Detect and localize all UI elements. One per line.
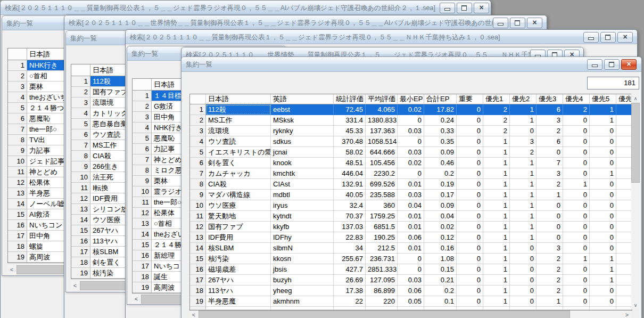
important-cell[interactable]: 0 xyxy=(457,286,483,296)
english-cell[interactable]: CIAst xyxy=(271,179,334,190)
priority-3-cell[interactable]: 0 xyxy=(536,222,563,232)
table-row[interactable]: 6剣を置くknook48.51105.4560.020.46011700 xyxy=(190,158,632,168)
english-cell[interactable]: sdkus xyxy=(271,136,334,147)
important-cell[interactable]: 0 xyxy=(457,190,483,200)
japanese-cell[interactable]: 267ヤハ xyxy=(206,275,271,286)
important-cell[interactable]: 0 xyxy=(457,211,483,222)
priority-2-cell[interactable]: 0 xyxy=(510,126,536,136)
english-cell[interactable]: kkyfb xyxy=(271,222,334,232)
avg-eval-cell[interactable]: 190.25 xyxy=(366,232,398,243)
total-ep-cell[interactable]: 0.15 xyxy=(424,264,457,275)
min-ep-cell[interactable]: 0.05 xyxy=(398,296,424,307)
window-titlebar[interactable]: 検索[２０２５１１１０＿＿世界情勢＿＿質量制御再現公表１，５＿＿ジェド霊界ラジオ… xyxy=(64,15,547,30)
column-header-priority-6[interactable]: 優先 xyxy=(616,94,632,104)
table-row[interactable]: 16磁場歳差jbsis427.72851.33300.15010201 xyxy=(190,264,632,275)
priority-6-cell[interactable] xyxy=(616,232,632,243)
priority-5-cell[interactable]: 0 xyxy=(590,190,616,200)
total-ep-cell[interactable]: 0.24 xyxy=(424,115,457,126)
total-ep-cell[interactable]: 0.21 xyxy=(424,275,457,286)
priority-1-cell[interactable]: 1 xyxy=(483,296,510,307)
priority-1-cell[interactable]: 1 xyxy=(483,275,510,286)
japanese-cell[interactable]: 磁場歳差 xyxy=(206,264,271,275)
priority-2-cell[interactable]: 3 xyxy=(510,136,536,147)
priority-4-cell[interactable]: 0 xyxy=(563,158,590,168)
japanese-cell[interactable]: 半身悪魔 xyxy=(206,296,271,307)
column-header-japanese[interactable]: 日本語 xyxy=(206,94,271,104)
min-ep-cell[interactable]: 0 xyxy=(398,115,424,126)
priority-1-cell[interactable]: 1 xyxy=(483,264,510,275)
count-field[interactable]: 181 xyxy=(587,77,639,89)
japanese-cell[interactable]: ウソ医療 xyxy=(206,200,271,211)
avg-eval-cell[interactable]: 127.095 xyxy=(366,275,398,286)
total-ep-cell[interactable]: 17.82 xyxy=(424,104,457,115)
important-cell[interactable]: 0 xyxy=(457,158,483,168)
japanese-cell[interactable]: MS工作 xyxy=(206,115,271,126)
english-cell[interactable]: ryknky xyxy=(271,126,334,136)
min-ep-cell[interactable]: 0.01 xyxy=(398,211,424,222)
priority-2-cell[interactable]: 1 xyxy=(510,104,536,115)
table-row[interactable]: 11驚天動地kytndt70.371759.250.010.04011000 xyxy=(190,211,632,222)
priority-5-cell[interactable]: 0 xyxy=(590,200,616,211)
priority-5-cell[interactable]: 0 xyxy=(590,147,616,158)
priority-5-cell[interactable]: 0 xyxy=(590,296,616,307)
scrollbar-thumb[interactable] xyxy=(199,311,570,318)
priority-6-cell[interactable] xyxy=(616,147,632,158)
table-row[interactable]: 13IDF費用IDFhy22.83190.250.060.12011000 xyxy=(190,232,632,243)
scroll-down-button[interactable] xyxy=(631,300,640,309)
avg-eval-cell[interactable]: 4.065 xyxy=(366,104,398,115)
priority-6-cell[interactable] xyxy=(616,126,632,136)
min-ep-cell[interactable]: 0 xyxy=(398,264,424,275)
priority-4-cell[interactable]: 0 xyxy=(563,264,590,275)
avg-eval-cell[interactable]: 1058.514 xyxy=(366,136,398,147)
english-cell[interactable]: MSksk xyxy=(271,115,334,126)
priority-6-cell[interactable] xyxy=(616,200,632,211)
stat-eval-cell[interactable]: 32.4 xyxy=(334,200,366,211)
priority-4-cell[interactable]: 0 xyxy=(563,275,590,286)
stat-eval-cell[interactable]: 34 xyxy=(334,243,366,254)
english-cell[interactable]: akmhnm xyxy=(271,296,334,307)
column-header-english[interactable]: 英語 xyxy=(271,94,334,104)
priority-2-cell[interactable]: 1 xyxy=(510,158,536,168)
priority-1-cell[interactable]: 1 xyxy=(483,243,510,254)
english-cell[interactable]: iryus xyxy=(271,200,334,211)
stat-eval-cell[interactable]: 132.91 xyxy=(334,179,366,190)
priority-2-cell[interactable]: 1 xyxy=(510,168,536,179)
priority-5-cell[interactable]: 0 xyxy=(590,158,616,168)
japanese-cell[interactable]: 核SLBM xyxy=(206,243,271,254)
total-ep-cell[interactable]: 0.1 xyxy=(424,296,457,307)
priority-2-cell[interactable]: 0 xyxy=(510,243,536,254)
priority-2-cell[interactable]: 0 xyxy=(510,264,536,275)
scroll-up-button[interactable] xyxy=(631,94,640,103)
avg-eval-cell[interactable]: 86.899 xyxy=(366,286,398,296)
priority-1-cell[interactable]: 1 xyxy=(483,232,510,243)
priority-4-cell[interactable]: 0 xyxy=(563,168,590,179)
table-row[interactable]: 7カムチャッカkmchtk446.042230.200.2011301 xyxy=(190,168,632,179)
priority-4-cell[interactable]: 0 xyxy=(563,136,590,147)
min-ep-cell[interactable]: 0.06 xyxy=(398,232,424,243)
priority-1-cell[interactable]: 1 xyxy=(483,200,510,211)
priority-5-cell[interactable]: 0 xyxy=(590,286,616,296)
priority-1-cell[interactable]: 1 xyxy=(483,179,510,190)
priority-3-cell[interactable]: 2 xyxy=(536,286,563,296)
important-cell[interactable]: 0 xyxy=(457,243,483,254)
table-row[interactable]: 2MS工作MSksk331.41380.83300.24021301 xyxy=(190,115,632,126)
important-cell[interactable]: 0 xyxy=(457,232,483,243)
min-ep-cell[interactable]: 0 xyxy=(398,136,424,147)
scrollbar-thumb[interactable] xyxy=(631,103,640,183)
window-titlebar[interactable]: 検索[２０２５１１１０＿＿質量制御再現公表１，５＿＿ジェド霊界ラジオ再現０，５５… xyxy=(1,1,491,15)
important-cell[interactable]: 0 xyxy=(457,136,483,147)
priority-1-cell[interactable]: 1 xyxy=(483,211,510,222)
avg-eval-cell[interactable]: 644.666 xyxy=(366,147,398,158)
stat-eval-cell[interactable]: 22.83 xyxy=(334,232,366,243)
stat-eval-cell[interactable]: 48.51 xyxy=(334,158,366,168)
priority-6-cell[interactable] xyxy=(616,115,632,126)
stat-eval-cell[interactable]: 370.48 xyxy=(334,136,366,147)
stat-eval-cell[interactable]: 70.37 xyxy=(334,211,366,222)
panel-titlebar[interactable]: 集約一覧 xyxy=(181,57,641,72)
table-row[interactable]: 15核汚染kkosn255.67236.73101.08010211 xyxy=(190,254,632,264)
column-header-avg-eval[interactable]: 平均評価 xyxy=(366,94,398,104)
important-cell[interactable]: 0 xyxy=(457,126,483,136)
priority-4-cell[interactable]: 0 xyxy=(563,211,590,222)
important-cell[interactable]: 0 xyxy=(457,147,483,158)
priority-3-cell[interactable]: 7 xyxy=(536,158,563,168)
